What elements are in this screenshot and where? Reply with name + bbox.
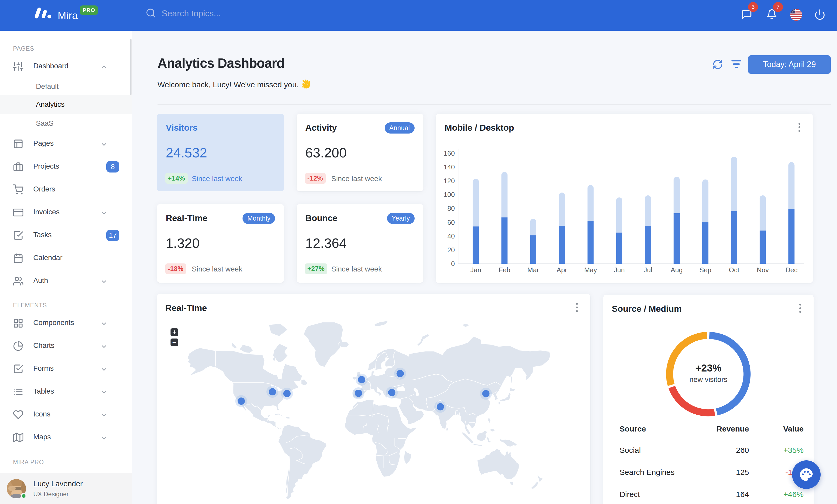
svg-text:20: 20 bbox=[447, 246, 455, 254]
svg-text:160: 160 bbox=[443, 149, 455, 157]
svg-text:100: 100 bbox=[443, 191, 455, 199]
svg-text:Jan: Jan bbox=[470, 266, 481, 274]
svg-text:140: 140 bbox=[443, 163, 455, 171]
svg-text:40: 40 bbox=[447, 232, 455, 240]
svg-text:Sep: Sep bbox=[699, 266, 711, 274]
svg-text:Jun: Jun bbox=[614, 266, 625, 274]
svg-text:120: 120 bbox=[443, 177, 455, 185]
svg-text:60: 60 bbox=[447, 219, 455, 226]
svg-text:Oct: Oct bbox=[729, 266, 739, 274]
svg-text:80: 80 bbox=[447, 205, 455, 212]
svg-text:Apr: Apr bbox=[556, 266, 567, 274]
svg-text:Jul: Jul bbox=[644, 266, 652, 274]
svg-text:Aug: Aug bbox=[671, 266, 682, 274]
svg-text:Nov: Nov bbox=[757, 266, 769, 274]
svg-text:0: 0 bbox=[451, 260, 455, 267]
svg-text:Mar: Mar bbox=[527, 266, 539, 274]
svg-text:Feb: Feb bbox=[499, 266, 510, 274]
svg-text:May: May bbox=[584, 266, 597, 274]
svg-text:Dec: Dec bbox=[785, 266, 797, 274]
